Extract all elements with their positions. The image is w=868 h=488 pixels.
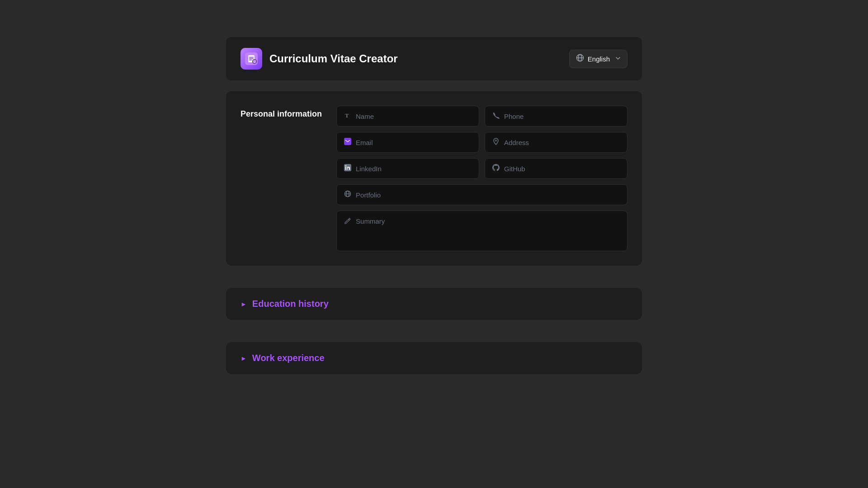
github-icon — [492, 164, 500, 173]
address-field[interactable] — [485, 132, 627, 153]
portfolio-input[interactable] — [356, 191, 620, 199]
name-phone-row: T — [336, 106, 627, 127]
linkedin-github-row — [336, 158, 627, 179]
summary-textarea[interactable] — [356, 217, 620, 244]
email-field[interactable] — [336, 132, 479, 153]
text-icon: T — [344, 112, 351, 121]
work-collapse-arrow: ► — [241, 355, 247, 362]
work-experience-title: Work experience — [252, 353, 325, 363]
svg-rect-4 — [249, 60, 252, 61]
phone-input[interactable] — [504, 113, 620, 120]
svg-text:T: T — [345, 112, 349, 119]
globe-icon — [576, 54, 584, 64]
language-selector[interactable]: English — [569, 50, 627, 68]
svg-rect-15 — [345, 167, 346, 170]
app-title: Curriculum Vitae Creator — [269, 52, 398, 65]
email-address-row — [336, 132, 627, 153]
name-field[interactable]: T — [336, 106, 479, 127]
portfolio-row — [336, 184, 627, 205]
education-history-title: Education history — [252, 299, 329, 309]
app-logo: + — [241, 48, 262, 70]
header-card: + Curriculum Vitae Creator English — [226, 37, 642, 80]
portfolio-icon — [344, 190, 351, 199]
linkedin-icon — [344, 164, 351, 173]
summary-field[interactable] — [336, 211, 627, 251]
github-field[interactable] — [485, 158, 627, 179]
personal-info-fields: T — [336, 106, 627, 251]
language-label: English — [588, 55, 610, 63]
chevron-down-icon — [615, 55, 621, 62]
svg-point-13 — [495, 140, 497, 141]
svg-rect-2 — [249, 57, 254, 58]
summary-icon — [344, 217, 351, 226]
address-icon — [492, 138, 500, 147]
header-left: + Curriculum Vitae Creator — [241, 48, 398, 70]
email-input[interactable] — [356, 139, 472, 146]
portfolio-field[interactable] — [336, 184, 627, 205]
education-history-section: ► Education history — [226, 288, 642, 320]
divider-1 — [226, 277, 642, 277]
svg-point-16 — [345, 165, 346, 166]
linkedin-field[interactable] — [336, 158, 479, 179]
svg-rect-3 — [249, 58, 254, 59]
work-experience-header[interactable]: ► Work experience — [241, 353, 627, 363]
education-collapse-arrow: ► — [241, 300, 247, 308]
svg-text:+: + — [254, 61, 255, 63]
address-input[interactable] — [504, 139, 620, 146]
email-icon — [344, 138, 351, 147]
linkedin-input[interactable] — [356, 165, 472, 173]
education-history-header[interactable]: ► Education history — [241, 299, 627, 309]
github-input[interactable] — [504, 165, 620, 173]
svg-line-20 — [349, 219, 349, 220]
divider-2 — [226, 331, 642, 331]
work-experience-section: ► Work experience — [226, 342, 642, 374]
name-input[interactable] — [356, 113, 472, 120]
phone-icon — [492, 112, 500, 121]
personal-info-title: Personal information — [241, 106, 322, 251]
svg-rect-12 — [344, 138, 351, 145]
phone-field[interactable] — [485, 106, 627, 127]
personal-info-card: Personal information T — [226, 91, 642, 266]
